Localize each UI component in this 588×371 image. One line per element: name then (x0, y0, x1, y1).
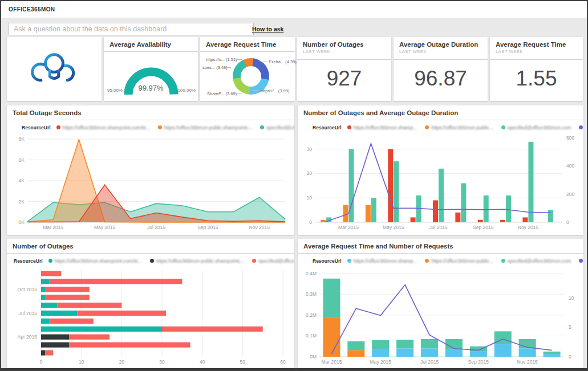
tile-average-request-time-donut[interactable]: Average Request Time https://o... (1.51)… (200, 37, 295, 101)
svg-text:8K: 8K (19, 136, 25, 142)
legend-dot-icon (501, 259, 505, 263)
tile-title: Average Request Time and Number of Reque… (303, 243, 578, 250)
svg-text:4K: 4K (19, 178, 25, 184)
chart-legend: ResourceUrlhttps://office365mon.sharep..… (298, 120, 583, 134)
qa-search-input[interactable] (9, 23, 254, 35)
legend-item: https://office365mon-public... (425, 125, 493, 131)
legend-dot-icon (48, 259, 52, 263)
legend-label: https://office365mon.sharep... (354, 125, 417, 131)
svg-text:0M: 0M (310, 354, 317, 360)
svg-text:5: 5 (569, 324, 571, 330)
legend-dot-icon (425, 125, 429, 129)
gauge-max-label: 100.00% (177, 88, 196, 93)
svg-text:May 2015: May 2015 (370, 359, 392, 365)
legend-item: https://office365mon.sharepoint.com/st..… (48, 258, 142, 264)
kpi-value: 927 (297, 67, 391, 91)
svg-text:10: 10 (79, 359, 84, 365)
svg-text:0.2M: 0.2M (306, 312, 317, 318)
legend-dot-icon (347, 125, 351, 129)
legend-item: https://office365mon-public.sharepointc.… (150, 258, 245, 264)
tile-title: Number of Outages (13, 243, 289, 250)
legend-dot-icon (150, 259, 154, 263)
tile-title: Total Outage Seconds (13, 109, 289, 116)
chart-legend: ResourceUrlhttps://office365mon.sharepoi… (7, 120, 294, 134)
svg-text:6K: 6K (19, 157, 25, 163)
tile-total-outage-seconds[interactable]: Total Outage Seconds ResourceUrlhttps://… (7, 105, 294, 235)
svg-text:10: 10 (569, 295, 574, 301)
tile-title: Average Outage Duration (399, 41, 482, 48)
donut-label: https://... (3.99) (261, 88, 289, 93)
outages-and-duration-chart: 01020300200400600Mar 2015May 2015Jul 201… (302, 134, 579, 231)
svg-text:0: 0 (569, 354, 571, 360)
tile-average-availability[interactable]: Average Availability 99.97% 95.00% 100.0… (104, 37, 198, 101)
tile-request-time-and-requests[interactable]: Average Request Time and Number of Reque… (298, 239, 583, 368)
tile-title: Average Request Time (496, 41, 577, 48)
tile-title: Average Availability (110, 41, 192, 48)
svg-text:0.4M: 0.4M (306, 271, 317, 276)
legend-label: specified@office365mon.com (258, 258, 294, 264)
chart-legend: ResourceUrlhttps://office365mon.sharepoi… (7, 254, 294, 268)
legend-label: https://office365mon-public.sharepointc.… (164, 125, 253, 131)
how-to-ask-link[interactable]: How to ask (252, 26, 283, 32)
tile-kpi-average-outage-duration[interactable]: Average Outage Duration LAST WEEK 96.87 (394, 37, 488, 101)
svg-text:Mar 2015: Mar 2015 (43, 225, 63, 230)
svg-text:2K: 2K (19, 199, 25, 205)
tile-logo[interactable] (7, 37, 102, 101)
tile-kpi-average-request-time[interactable]: Average Request Time LAST WEEK 1.55 (490, 37, 583, 101)
svg-text:200: 200 (566, 191, 574, 197)
svg-text:Nov 2015: Nov 2015 (249, 225, 270, 230)
legend-item: https://office365mon-public... (425, 258, 493, 264)
legend-label: https://office365mon-public... (431, 258, 493, 264)
svg-text:0: 0 (309, 219, 312, 225)
svg-text:Oct 2015: Oct 2015 (18, 287, 38, 292)
tile-subtitle: LAST WEEK (496, 49, 577, 54)
tile-subtitle: LAST WEEK (399, 49, 482, 54)
svg-text:30: 30 (307, 146, 313, 152)
legend-label: https://office365mon-public.sharepointc.… (156, 258, 245, 264)
svg-text:Jul 2015: Jul 2015 (429, 225, 447, 230)
legend-dot-icon (579, 259, 583, 263)
svg-text:10: 10 (307, 195, 313, 201)
svg-text:0K: 0K (19, 219, 25, 225)
legend-title: ResourceUrl (22, 125, 51, 131)
chart-legend: ResourceUrlhttps://office365mon.sharep..… (298, 254, 583, 268)
kpi-row: Average Availability 99.97% 95.00% 100.0… (7, 37, 583, 101)
legend-item: https://office365mon.sharepoint.com/st..… (56, 125, 150, 131)
legend-dot-icon (347, 259, 351, 263)
svg-text:Nov 2015: Nov 2015 (518, 225, 539, 230)
request-time-and-requests-chart: 0M0.1M0.2M0.3M0.4M0510Mar 2015May 2015Ju… (302, 268, 579, 366)
donut-label: Excha... (4.39) (269, 59, 297, 64)
legend-label: https://office365mon-public... (431, 125, 493, 131)
svg-text:May 2015: May 2015 (383, 225, 404, 230)
kpi-value: 1.55 (490, 67, 583, 91)
tile-kpi-number-of-outages[interactable]: Number of Outages LAST WEEK 927 (297, 37, 391, 101)
tile-number-of-outages-bars[interactable]: Number of Outages ResourceUrlhttps://off… (7, 239, 294, 368)
number-of-outages-chart: 0102030405060Oct 2015Jul 2015Apr 2015 (11, 268, 290, 366)
legend-label: specified@office365mon.com (266, 125, 294, 131)
svg-text:0: 0 (40, 359, 43, 365)
legend-item: specified@office365mon.com (501, 125, 571, 131)
legend-dot-icon (252, 259, 256, 263)
legend-label: https://office365mon.sharep... (354, 258, 417, 264)
legend-item: specified@office365mon.com (252, 258, 294, 264)
legend-dot-icon (501, 125, 505, 129)
legend-label: https://office365mon.sharepoint.com/st..… (55, 258, 142, 264)
svg-text:Jul 2015: Jul 2015 (19, 311, 37, 316)
tile-title: Number of Outages and Average Outage Dur… (303, 109, 578, 116)
legend-item: specified@office365mon.com (501, 258, 571, 264)
legend-item: AvgRequestTime (579, 258, 583, 264)
tile-title: Average Request Time (206, 41, 289, 48)
tile-outages-and-duration[interactable]: Number of Outages and Average Outage Dur… (298, 105, 583, 235)
dashboard-title: OFFICE365MON (9, 6, 55, 13)
legend-title: ResourceUrl (14, 258, 43, 264)
svg-text:Sep 2015: Sep 2015 (468, 359, 489, 365)
svg-text:Apr 2015: Apr 2015 (18, 334, 38, 340)
office365mon-logo-icon (23, 47, 86, 91)
svg-text:Mar 2015: Mar 2015 (338, 225, 359, 230)
total-outage-seconds-chart: 0K2K4K6K8KMar 2015May 2015Jul 2015Sep 20… (11, 134, 290, 231)
legend-item: https://office365mon-public.sharepointc.… (158, 125, 253, 131)
tile-title: Number of Outages (303, 41, 386, 48)
svg-text:0.3M: 0.3M (306, 291, 317, 297)
dashboard-window: OFFICE365MON How to ask (0, 0, 588, 371)
request-time-donut: https://o... (1.51) Excha... (4.39) spes… (200, 52, 295, 101)
